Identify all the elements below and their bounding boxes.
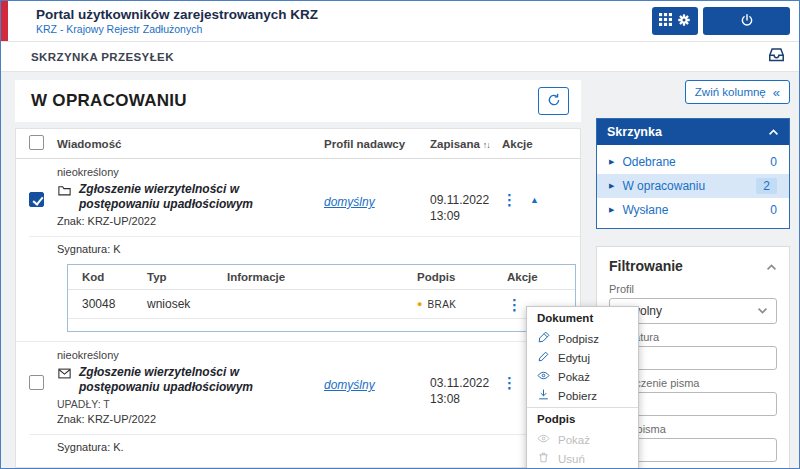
table-header-row: Wiadomość Profil nadawcy Zapisana↑↓ Akcj…: [16, 129, 580, 159]
status-dot-icon: ●: [417, 299, 422, 309]
message-type-label: nieokreślony: [57, 166, 580, 178]
column-header-saved[interactable]: Zapisana↑↓: [430, 138, 502, 150]
pencil-icon: [537, 350, 550, 365]
triangle-right-icon: ▶: [609, 158, 614, 166]
mailbox-panel: Skrzynka ▶ Odebrane 0 ▶ W opracowaniu 2: [596, 118, 790, 229]
row-checkbox[interactable]: [29, 192, 44, 207]
column-header-code: Kod: [82, 271, 147, 283]
page-title: W OPRACOWANIU: [31, 91, 187, 111]
inbox-icon[interactable]: [767, 45, 786, 68]
signature-status: ● BRAK: [417, 299, 507, 310]
column-header-sender-profile: Profil nadawcy: [324, 138, 430, 150]
double-chevron-left-icon: «: [773, 86, 780, 99]
topbar-actions: [652, 7, 790, 35]
sender-profile-link[interactable]: domyślny: [324, 378, 375, 392]
eye-icon: [537, 432, 550, 447]
message-signature: Sygnatura: K.: [29, 434, 580, 460]
section-title: SKRZYNKA PRZESYŁEK: [31, 51, 174, 63]
triangle-right-icon: ▶: [609, 206, 614, 214]
mailbox-item-wyslane[interactable]: ▶ Wysłane 0: [597, 198, 789, 222]
context-menu-section-podpis: Podpis: [527, 410, 638, 430]
collapse-row-icon[interactable]: ▲: [530, 192, 539, 205]
sort-icon: ↑↓: [483, 140, 490, 150]
app-titles: Portal użytkowników zarejestrowanych KRZ…: [36, 7, 318, 35]
message-row: nieokreślony Zgłoszenie wierzytelności w…: [16, 159, 580, 262]
message-mark: Znak: KRZ-UP/2022: [57, 413, 324, 425]
attachment-row: 30048 wniosek ● BRAK ⋮: [68, 290, 575, 319]
power-icon: [740, 13, 754, 30]
menu-item-usun: Usuń: [527, 449, 638, 468]
eye-icon: [537, 369, 550, 384]
attachments-panel: Kod Typ Informacje Podpis Akcje 30048 wn…: [67, 264, 576, 332]
mailbox-count: 2: [756, 178, 777, 194]
column-header-info: Informacje: [227, 271, 417, 283]
column-header-actions: Akcje: [502, 138, 580, 150]
envelope-icon: [57, 366, 72, 385]
menu-item-pokaz[interactable]: Pokaż: [527, 367, 638, 386]
download-icon: [537, 388, 550, 403]
folder-icon: [57, 183, 72, 202]
message-type-label: nieokreślony: [57, 349, 580, 361]
mailbox-count: 0: [770, 203, 777, 217]
menu-item-podpisz[interactable]: Podpisz: [527, 329, 638, 348]
mailbox-item-w-opracowaniu[interactable]: ▶ W opracowaniu 2: [597, 174, 789, 198]
chevron-down-icon: [757, 304, 768, 318]
context-menu-section-dokument: Dokument: [527, 309, 638, 329]
message-debtor: UPADŁY: T: [57, 398, 324, 410]
triangle-right-icon: ▶: [609, 182, 614, 190]
message-title: Zgłoszenie wierzytelności w postępowaniu…: [79, 365, 312, 395]
column-header-signature: Podpis: [417, 271, 507, 283]
logout-button[interactable]: [703, 7, 790, 35]
saved-date: 03.11.2022 13:08: [430, 365, 502, 425]
message-signature: Sygnatura: K: [29, 236, 580, 262]
app-title: Portal użytkowników zarejestrowanych KRZ: [36, 7, 318, 22]
menu-item-edytuj[interactable]: Edytuj: [527, 348, 638, 367]
column-header-message: Wiadomość: [57, 138, 324, 150]
attachment-code: 30048: [82, 297, 147, 311]
select-all-checkbox[interactable]: [29, 135, 44, 150]
trash-icon: [537, 451, 550, 466]
saved-date: 09.11.2022 13:09: [430, 182, 502, 227]
collapse-column-button[interactable]: Zwiń kolumnę «: [685, 80, 790, 104]
krz-portal-window: Portal użytkowników zarejestrowanych KRZ…: [0, 0, 800, 469]
row-checkbox[interactable]: [29, 375, 44, 390]
attachment-type: wniosek: [147, 297, 227, 311]
kebab-menu-icon[interactable]: ⋮: [502, 375, 517, 390]
grid-icon: [659, 13, 672, 29]
red-accent-bar: [1, 1, 8, 41]
filter-title: Filtrowanie: [609, 258, 683, 274]
message-row: nieokreślony Zgłoszenie wierzytelności w…: [16, 341, 580, 460]
kebab-menu-icon[interactable]: ⋮: [502, 192, 517, 207]
apps-settings-button[interactable]: [652, 7, 698, 35]
main-column: W OPRACOWANIU Wiadomość Profil nadawcy Z…: [15, 80, 581, 468]
message-mark: Znak: KRZ-UP/2022: [57, 215, 324, 227]
chevron-up-icon: [768, 125, 779, 139]
messages-table: Wiadomość Profil nadawcy Zapisana↑↓ Akcj…: [15, 128, 581, 468]
mailbox-item-odebrane[interactable]: ▶ Odebrane 0: [597, 150, 789, 174]
message-title: Zgłoszenie wierzytelności w postępowaniu…: [79, 182, 312, 212]
mailbox-panel-header[interactable]: Skrzynka: [597, 119, 789, 145]
filter-profile-label: Profil: [609, 283, 777, 295]
menu-item-pobierz[interactable]: Pobierz: [527, 386, 638, 405]
attachments-header-row: Kod Typ Informacje Podpis Akcje: [68, 265, 575, 290]
refresh-button[interactable]: [538, 87, 569, 115]
gear-icon: [677, 13, 691, 30]
column-header-attachment-actions: Akcje: [507, 271, 575, 283]
content-area: W OPRACOWANIU Wiadomość Profil nadawcy Z…: [1, 72, 799, 468]
refresh-icon: [546, 92, 562, 111]
column-header-type: Typ: [147, 271, 227, 283]
menu-item-pokaz-podpis: Pokaż: [527, 430, 638, 449]
mailbox-count: 0: [770, 155, 777, 169]
context-menu: Dokument Podpisz Edytuj Pokaż: [526, 306, 639, 469]
app-subtitle-link[interactable]: KRZ - Krajowy Rejestr Zadłużonych: [36, 23, 318, 35]
chevron-up-icon[interactable]: [766, 257, 777, 275]
heading-card: W OPRACOWANIU: [15, 80, 581, 122]
section-bar: SKRZYNKA PRZESYŁEK: [1, 42, 799, 72]
sender-profile-link[interactable]: domyślny: [324, 195, 375, 209]
top-bar: Portal użytkowników zarejestrowanych KRZ…: [1, 1, 799, 42]
signature-pen-icon: [537, 331, 550, 346]
